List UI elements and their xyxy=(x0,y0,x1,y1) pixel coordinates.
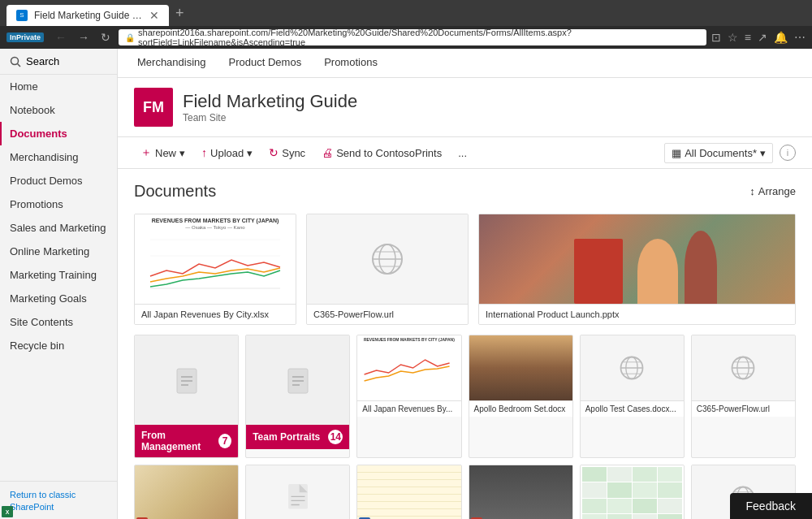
folder-team-portraits-label-bar: Team Portraits 14 xyxy=(246,425,349,449)
tile-intl-product[interactable]: International Product Launch.pptx xyxy=(478,214,796,325)
tile-c365-2[interactable]: C365-PowerFlow.url xyxy=(691,335,796,458)
info-button[interactable]: i xyxy=(780,145,796,161)
browser-toolbar: InPrivate ← → ↻ 🔒 sharepoint2016a.sharep… xyxy=(0,26,812,49)
site-nav-merchandising[interactable]: Merchandising xyxy=(134,49,209,77)
view-selector[interactable]: ▦ All Documents* ▾ xyxy=(664,143,773,163)
tile-employee-health-thumb: X xyxy=(581,465,684,519)
browser-chrome: S Field Marketing Guide - ... ✕ + InPriv… xyxy=(0,0,812,49)
upload-label: Upload xyxy=(210,147,244,159)
folder-from-management-thumb xyxy=(135,335,238,425)
sidebar-item-home[interactable]: Home xyxy=(0,75,117,98)
folder-team-portraits[interactable]: Team Portraits 14 xyxy=(245,335,350,458)
back-button[interactable]: ← xyxy=(52,29,70,45)
sidebar-item-site-contents[interactable]: Site Contents xyxy=(0,310,117,334)
upload-icon: ↑ xyxy=(201,146,207,159)
refresh-button[interactable]: ↻ xyxy=(97,29,114,45)
address-text: sharepoint2016a.sharepoint.com/Field%20M… xyxy=(138,28,700,47)
classic-sharepoint-link[interactable]: Return to classic SharePoint xyxy=(10,490,76,512)
doc-file-icon xyxy=(171,364,203,396)
plus-icon: ＋ xyxy=(140,145,152,160)
site-title-area: Field Marketing Guide Team Site xyxy=(183,91,357,123)
sync-button[interactable]: ↻ Sync xyxy=(262,143,312,162)
forward-button[interactable]: → xyxy=(75,29,93,45)
tile-apollo-bedroom[interactable]: Apollo Bedroom Set.docx xyxy=(469,335,573,458)
sidebar-item-recycle-bin[interactable]: Recycle bin xyxy=(0,334,117,357)
tile-intl-product-thumb xyxy=(479,214,795,304)
sidebar-item-merchandising[interactable]: Merchandising xyxy=(0,145,117,169)
tile-apollo-test[interactable]: W Apollo Test Cases.docx... xyxy=(580,335,685,458)
send-icon: 🖨 xyxy=(322,146,333,159)
browser-tab[interactable]: S Field Marketing Guide - ... ✕ xyxy=(6,5,169,26)
globe-icon-3 xyxy=(617,353,646,383)
tile-intl-product-label: International Product Launch.pptx xyxy=(479,304,795,324)
folder-from-management-count: 7 xyxy=(218,434,231,448)
tab-bar: S Field Marketing Guide - ... ✕ + xyxy=(0,0,812,26)
upload-chevron-icon: ▾ xyxy=(247,147,253,159)
new-chevron-icon: ▾ xyxy=(179,147,185,159)
sidebar-item-documents[interactable]: Documents xyxy=(0,122,117,145)
share-icon[interactable]: ↗ xyxy=(758,31,767,44)
notifications-icon[interactable]: 🔔 xyxy=(774,31,788,44)
folder-from-management-name: From Management xyxy=(141,430,218,452)
site-nav-promotions[interactable]: Promotions xyxy=(321,49,381,77)
tile-japan-revenues-label: All Japan Revenues By City.xlsx xyxy=(135,304,296,324)
upload-button[interactable]: ↑ Upload ▾ xyxy=(195,143,259,162)
sidebar-item-sales-marketing[interactable]: Sales and Marketing xyxy=(0,216,117,240)
close-tab-icon[interactable]: ✕ xyxy=(149,9,159,22)
favorites-icon[interactable]: ☆ xyxy=(728,31,738,44)
tile-contract-proposals[interactable]: W Contract Proposals.do... xyxy=(356,465,461,519)
favicon: S xyxy=(16,10,28,21)
new-tab-button[interactable]: + xyxy=(169,0,191,26)
arrange-button[interactable]: ↕ Arrange xyxy=(749,185,796,197)
new-label: New xyxy=(155,147,176,159)
tile-japan-revenues-2[interactable]: REVENUES FROM MARKETS BY CITY (JAPAN) X … xyxy=(356,335,461,458)
folder-from-management-label-bar: From Management 7 xyxy=(135,425,238,457)
site-nav-product-demos[interactable]: Product Demos xyxy=(226,49,305,77)
send-button[interactable]: 🖨 Send to ContosoPrints xyxy=(315,143,448,162)
sidebar-item-online-marketing[interactable]: Online Marketing xyxy=(0,240,117,263)
more-button[interactable]: ... xyxy=(451,144,473,162)
sync-icon: ↻ xyxy=(269,146,279,159)
tile-c365-label: C365-PowerFlow.url xyxy=(307,304,468,324)
tile-japan-revenues[interactable]: REVENUES FROM MARKETS BY CITY (JAPAN) — … xyxy=(134,214,296,325)
documents-title: Documents xyxy=(134,182,216,201)
globe-icon xyxy=(369,241,405,277)
tile-employee-health[interactable]: X Employee Health Asse... xyxy=(580,465,685,519)
tile-contoso-purchasing[interactable]: Contoso Purchasing Pro... xyxy=(245,465,350,519)
browser-toolbar-icons: ⊡ ☆ ≡ ↗ 🔔 ⋯ xyxy=(711,31,806,44)
sidebar-nav: Home Notebook Documents Merchandising Pr… xyxy=(0,75,117,481)
tile-cr007-thumb: P xyxy=(469,465,572,519)
tile-contoso-product-thumb: PDF xyxy=(135,465,238,519)
svg-line-1 xyxy=(18,63,21,67)
folder-from-management[interactable]: From Management 7 xyxy=(134,335,239,458)
sidebar-item-product-demos[interactable]: Product Demos xyxy=(0,169,117,192)
site-nav: Merchandising Product Demos Promotions xyxy=(118,49,812,78)
reader-icon[interactable]: ⊡ xyxy=(711,31,721,44)
sidebar-item-notebook[interactable]: Notebook xyxy=(0,98,117,122)
new-button[interactable]: ＋ New ▾ xyxy=(134,142,192,163)
tile-contoso-product[interactable]: PDF Contoso Product Laun... xyxy=(134,465,239,519)
address-bar[interactable]: 🔒 sharepoint2016a.sharepoint.com/Field%2… xyxy=(119,29,706,45)
tab-title: Field Marketing Guide - ... xyxy=(34,10,143,21)
tile-c365-2-thumb xyxy=(692,335,795,400)
sidebar-item-promotions[interactable]: Promotions xyxy=(0,192,117,216)
tile-cr007[interactable]: P CR-007 Product Overvie... xyxy=(469,465,573,519)
feedback-button[interactable]: Feedback xyxy=(730,493,812,519)
folder-team-portraits-name: Team Portraits xyxy=(253,431,320,443)
globe-icon-4 xyxy=(728,353,758,383)
tile-c365-powerflow[interactable]: C365-PowerFlow.url xyxy=(306,214,469,325)
site-header: Merchandising Product Demos Promotions F… xyxy=(118,49,812,169)
search-item[interactable]: Search xyxy=(0,49,117,75)
hub-icon[interactable]: ≡ xyxy=(745,31,751,44)
sidebar-item-marketing-training[interactable]: Marketing Training xyxy=(0,263,117,287)
sidebar-item-marketing-goals[interactable]: Marketing Goals xyxy=(0,287,117,310)
site-logo: FM xyxy=(134,88,173,127)
tile-japan-revenues-thumb: REVENUES FROM MARKETS BY CITY (JAPAN) — … xyxy=(135,214,296,304)
folder-team-portraits-count: 14 xyxy=(328,430,343,444)
tile-contoso-purchasing-thumb xyxy=(246,465,349,519)
folder-team-portraits-thumb xyxy=(246,335,349,425)
row-1: REVENUES FROM MARKETS BY CITY (JAPAN) — … xyxy=(134,214,796,325)
inprivate-badge: InPrivate xyxy=(6,32,44,42)
lock-icon: 🔒 xyxy=(125,33,135,42)
more-icon[interactable]: ⋯ xyxy=(794,31,806,44)
